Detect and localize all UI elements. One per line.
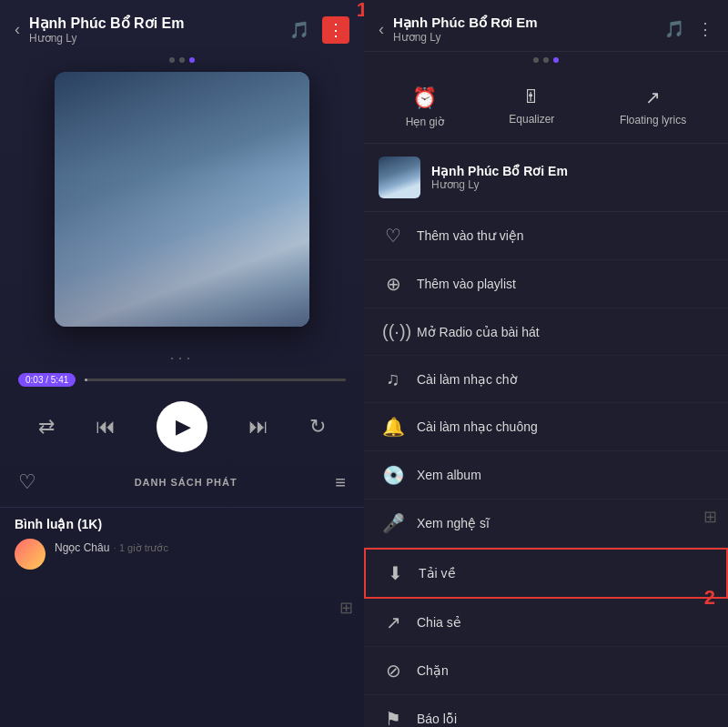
song-info-artist: Hương Ly — [431, 178, 568, 191]
repeat-button[interactable]: ↻ — [309, 415, 326, 439]
left-artist: Hương Ly — [29, 32, 280, 45]
dot-1 — [169, 57, 175, 63]
menu-item-2[interactable]: ((·))Mở Radio của bài hát — [364, 308, 728, 356]
floating-lyrics-button[interactable]: ↗ Floating lyrics — [620, 86, 686, 128]
right-dots-indicator — [364, 57, 728, 63]
right-header: ‹ Hạnh Phúc Bổ Rơi Em Hương Ly 🎵 ⋮ — [364, 0, 728, 52]
avatar — [15, 539, 46, 570]
right-panel: ‹ Hạnh Phúc Bổ Rơi Em Hương Ly 🎵 ⋮ ⏰ Hẹn… — [364, 0, 728, 727]
prev-button[interactable]: ⏮ — [96, 415, 116, 439]
timer-icon: ⏰ — [412, 86, 437, 110]
right-title-block: Hạnh Phúc Bổ Rơi Em Hương Ly — [393, 15, 655, 44]
comment-item: Ngọc Châu · 1 giờ trước — [15, 539, 349, 570]
song-thumbnail — [379, 157, 420, 198]
comment-section: Bình luận (1K) Ngọc Châu · 1 giờ trước — [0, 507, 364, 579]
next-button[interactable]: ⏭ — [248, 415, 268, 439]
right-dot-3 — [553, 57, 559, 63]
menu-item-icon-4: 🔔 — [382, 416, 404, 438]
progress-row: 0:03 / 5:41 — [0, 373, 364, 387]
grid-icon: ⊞ — [339, 598, 353, 618]
song-thumb-image — [379, 157, 420, 198]
album-art-image — [55, 72, 309, 327]
right-lyrics-icon[interactable]: 🎵 — [664, 19, 684, 39]
song-info-row: Hạnh Phúc Bổ Rơi Em Hương Ly — [364, 144, 728, 212]
timer-label: Hẹn giờ — [406, 116, 444, 128]
menu-item-10[interactable]: ⚑Báo lỗi — [364, 695, 728, 727]
quick-actions: ⏰ Hẹn giờ 🎚 Equalizer ↗ Floating lyrics — [364, 72, 728, 144]
menu-item-5[interactable]: 💿Xem album — [364, 451, 728, 500]
equalizer-icon: 🎚 — [522, 86, 541, 107]
menu-item-label-9: Chặn — [417, 663, 449, 678]
menu-item-8[interactable]: ↗Chia sẻ — [364, 599, 728, 647]
right-back-button[interactable]: ‹ — [379, 20, 384, 39]
menu-item-label-5: Xem album — [417, 468, 481, 482]
progress-fill — [85, 379, 87, 381]
song-info-name: Hạnh Phúc Bổ Rơi Em — [431, 164, 568, 178]
menu-item-0[interactable]: ♡Thêm vào thư viện — [364, 212, 728, 260]
menu-item-icon-1: ⊕ — [382, 273, 404, 295]
menu-item-icon-3: ♫ — [382, 369, 404, 389]
progress-bar[interactable] — [85, 379, 346, 381]
menu-item-1[interactable]: ⊕Thêm vào playlist — [364, 260, 728, 308]
shuffle-button[interactable]: ⇄ — [38, 415, 55, 439]
menu-item-icon-9: ⊘ — [382, 660, 404, 682]
menu-item-icon-0: ♡ — [382, 225, 404, 247]
playlist-button[interactable]: ≡ — [335, 472, 346, 493]
comment-time: · 1 giờ trước — [114, 542, 168, 553]
menu-item-icon-7: ⬇ — [384, 562, 406, 584]
left-header: ‹ Hạnh Phúc Bổ Rơi Em Hương Ly 🎵 ⋮ 1 — [0, 0, 364, 52]
menu-item-icon-10: ⚑ — [382, 708, 404, 727]
dots-indicator — [0, 57, 364, 63]
equalizer-button[interactable]: 🎚 Equalizer — [509, 86, 554, 128]
comment-user: Ngọc Châu — [55, 541, 109, 554]
left-panel: ‹ Hạnh Phúc Bổ Rơi Em Hương Ly 🎵 ⋮ 1 ...… — [0, 0, 364, 727]
right-dot-1 — [533, 57, 539, 63]
menu-item-label-7: Tải về — [419, 566, 456, 581]
right-header-icons: 🎵 ⋮ — [664, 19, 713, 39]
time-display: 0:03 / 5:41 — [18, 373, 76, 387]
menu-item-icon-8: ↗ — [382, 611, 404, 633]
menu-item-6[interactable]: 🎤Xem nghệ sĩ — [364, 500, 728, 548]
more-menu-button[interactable]: ⋮ 1 — [322, 16, 349, 44]
left-title-block: Hạnh Phúc Bổ Rơi Em Hương Ly — [29, 15, 280, 45]
menu-item-label-8: Chia sẻ — [417, 615, 461, 630]
lyrics-icon[interactable]: 🎵 — [289, 20, 309, 40]
ellipsis-text: ... — [0, 345, 364, 364]
menu-item-label-0: Thêm vào thư viện — [417, 228, 524, 243]
menu-item-icon-6: 🎤 — [382, 512, 404, 534]
left-header-icons: 🎵 ⋮ 1 — [289, 16, 349, 44]
play-button[interactable]: ▶ — [157, 401, 207, 452]
controls-row: ⇄ ⏮ ▶ ⏭ ↻ — [0, 401, 364, 452]
right-song-title: Hạnh Phúc Bổ Rơi Em — [393, 15, 655, 31]
label-1: 1 — [357, 0, 364, 22]
right-grid-icon: ⊞ — [703, 507, 717, 527]
favorite-button[interactable]: ♡ — [18, 470, 36, 494]
right-dot-2 — [543, 57, 549, 63]
menu-item-3[interactable]: ♫Cài làm nhạc chờ — [364, 356, 728, 403]
left-song-title: Hạnh Phúc Bổ Rơi Em — [29, 15, 280, 32]
play-icon: ▶ — [176, 415, 191, 439]
comment-title: Bình luận (1K) — [15, 517, 349, 531]
right-artist: Hương Ly — [393, 31, 655, 44]
equalizer-label: Equalizer — [509, 113, 554, 126]
menu-item-label-2: Mở Radio của bài hát — [417, 325, 540, 339]
floating-lyrics-icon: ↗ — [645, 86, 661, 108]
right-more-button[interactable]: ⋮ — [697, 19, 713, 39]
back-button[interactable]: ‹ — [15, 20, 20, 39]
menu-item-label-1: Thêm vào playlist — [417, 277, 516, 291]
menu-item-label-3: Cài làm nhạc chờ — [417, 372, 518, 387]
menu-item-7[interactable]: ⬇Tải về2 — [364, 548, 728, 599]
timer-button[interactable]: ⏰ Hẹn giờ — [406, 86, 444, 128]
floating-lyrics-label: Floating lyrics — [620, 114, 686, 126]
menu-list: ♡Thêm vào thư viện⊕Thêm vào playlist((·)… — [364, 212, 728, 727]
song-info-text: Hạnh Phúc Bổ Rơi Em Hương Ly — [431, 164, 568, 191]
menu-item-9[interactable]: ⊘Chặn — [364, 647, 728, 695]
menu-item-label-4: Cài làm nhạc chuông — [417, 419, 538, 434]
bottom-row: ♡ DANH SÁCH PHÁT ≡ — [0, 470, 364, 494]
menu-item-4[interactable]: 🔔Cài làm nhạc chuông — [364, 403, 728, 451]
dot-3 — [189, 57, 195, 63]
comment-content: Ngọc Châu · 1 giờ trước — [55, 539, 168, 555]
album-art — [55, 72, 309, 327]
menu-item-icon-2: ((·)) — [382, 321, 404, 342]
menu-item-label-10: Báo lỗi — [417, 712, 457, 726]
